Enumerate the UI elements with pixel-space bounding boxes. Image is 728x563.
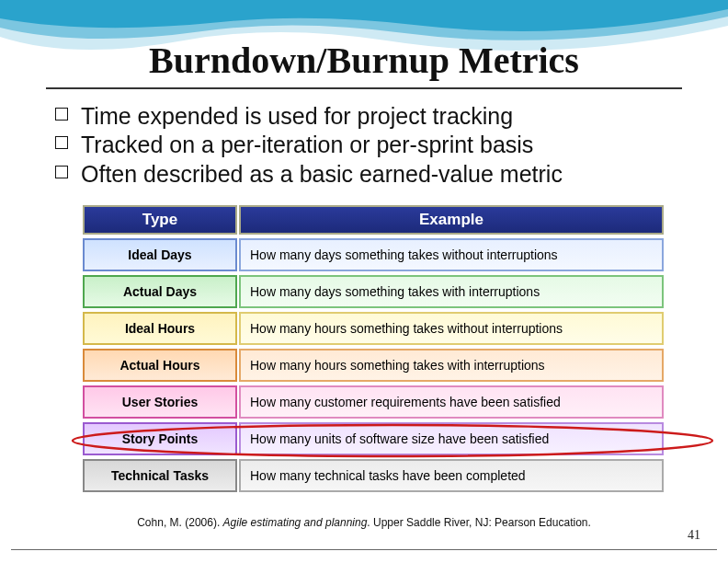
example-cell: How many units of software size have bee…: [239, 422, 664, 455]
citation: Cohn, M. (2006). Agile estimating and pl…: [18, 516, 710, 529]
metrics-table-wrap: Type Example Ideal Days How many days so…: [81, 201, 665, 496]
type-cell: Actual Hours: [83, 349, 237, 382]
metrics-table: Type Example Ideal Days How many days so…: [81, 201, 665, 496]
bullet-item: Tracked on a per-iteration or per-sprint…: [55, 131, 682, 159]
example-cell: How many hours something takes without i…: [239, 312, 664, 345]
example-cell: How many hours something takes with inte…: [239, 349, 664, 382]
slide-title: Burndown/Burnup Metrics: [46, 0, 682, 89]
type-cell: Story Points: [83, 422, 237, 455]
example-cell: How many technical tasks have been compl…: [239, 459, 664, 492]
bullet-item: Often described as a basic earned-value …: [55, 160, 682, 189]
example-cell: How many days something takes without in…: [239, 238, 664, 271]
example-cell: How many customer requirements have been…: [239, 385, 664, 419]
citation-author: Cohn, M. (2006).: [137, 516, 222, 529]
type-cell: Technical Tasks: [83, 459, 237, 492]
bullet-list: Time expended is used for project tracki…: [55, 102, 682, 189]
type-cell: Actual Days: [83, 275, 237, 308]
table-row: Ideal Days How many days something takes…: [83, 238, 664, 271]
example-cell: How many days something takes with inter…: [239, 275, 664, 308]
citation-work: Agile estimating and planning: [223, 516, 368, 529]
type-cell: Ideal Hours: [83, 312, 237, 345]
table-row: Story Points How many units of software …: [83, 422, 664, 455]
citation-rest: . Upper Saddle River, NJ: Pearson Educat…: [367, 516, 590, 529]
col-header-example: Example: [239, 205, 664, 235]
page-number: 41: [688, 528, 700, 543]
table-row: Actual Days How many days something take…: [83, 275, 664, 308]
table-row: Actual Hours How many hours something ta…: [83, 349, 664, 382]
type-cell: Ideal Days: [83, 238, 237, 271]
bullet-item: Time expended is used for project tracki…: [55, 102, 682, 131]
col-header-type: Type: [83, 205, 237, 235]
table-row: Technical Tasks How many technical tasks…: [83, 459, 664, 492]
table-row: User Stories How many customer requireme…: [83, 385, 664, 419]
footer-divider: [11, 549, 717, 550]
type-cell: User Stories: [83, 385, 237, 419]
table-row: Ideal Hours How many hours something tak…: [83, 312, 664, 345]
